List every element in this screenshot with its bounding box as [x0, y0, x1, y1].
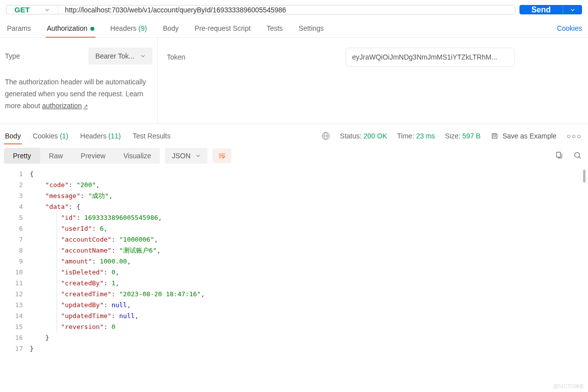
send-dropdown[interactable]: [563, 5, 582, 14]
method-url-group: GET: [6, 5, 515, 14]
view-visualize[interactable]: Visualize: [114, 148, 160, 164]
format-select[interactable]: JSON: [165, 148, 207, 164]
auth-sidebar: Type Bearer Tok... The authorization hea…: [0, 38, 158, 124]
tab-authorization[interactable]: Authorization: [46, 19, 95, 37]
tab-headers-count: (9): [139, 24, 147, 32]
http-method-select[interactable]: GET: [6, 5, 58, 14]
response-tab-body[interactable]: Body: [4, 128, 22, 144]
view-action-icons: [554, 151, 582, 161]
globe-icon[interactable]: [321, 131, 330, 140]
view-raw[interactable]: Raw: [40, 148, 72, 164]
view-mode-group: Pretty Raw Preview Visualize: [4, 148, 160, 164]
svg-point-4: [575, 152, 580, 157]
auth-indicator-dot: [90, 27, 94, 31]
auth-learn-more-link[interactable]: authorization↗: [42, 102, 88, 110]
copy-icon[interactable]: [554, 151, 563, 161]
tab-headers-label: Headers: [110, 24, 137, 32]
chevron-down-icon: [196, 153, 201, 158]
save-icon: [491, 132, 499, 140]
tab-settings[interactable]: Settings: [297, 19, 325, 37]
time-block: Time: 23 ms: [397, 132, 436, 140]
auth-type-value: Bearer Tok...: [95, 52, 135, 60]
request-tabs: Params Authorization Headers (9) Body Pr…: [0, 19, 588, 38]
line-gutter: 1234567891011121314151617: [0, 169, 30, 354]
auth-description: The authorization header will be automat…: [5, 76, 152, 112]
auth-panel: Type Bearer Tok... The authorization hea…: [0, 38, 588, 124]
auth-type-row: Type Bearer Tok...: [5, 48, 152, 65]
auth-content: Token: [158, 38, 588, 124]
more-icon[interactable]: ○○○: [567, 132, 582, 140]
search-icon[interactable]: [573, 151, 582, 161]
http-method-label: GET: [14, 5, 30, 14]
token-input[interactable]: [346, 48, 514, 66]
auth-type-select[interactable]: Bearer Tok...: [88, 48, 152, 65]
response-tab-cookies[interactable]: Cookies (1): [32, 128, 70, 144]
tab-auth-label: Authorization: [47, 24, 87, 32]
response-code: 1234567891011121314151617 { "code": "200…: [0, 169, 588, 354]
tab-body[interactable]: Body: [162, 19, 180, 37]
chevron-down-icon: [141, 54, 146, 59]
view-pretty[interactable]: Pretty: [4, 148, 40, 164]
svg-rect-3: [557, 152, 561, 157]
tab-headers[interactable]: Headers (9): [109, 19, 148, 37]
token-row: Token: [167, 48, 579, 66]
chevron-down-icon: [45, 7, 50, 12]
tab-params[interactable]: Params: [6, 19, 32, 37]
request-bar: GET Send: [0, 0, 588, 19]
size-block: Size: 597 B: [445, 132, 481, 140]
send-button[interactable]: Send: [519, 5, 563, 14]
url-input[interactable]: [58, 5, 515, 14]
tab-tests[interactable]: Tests: [266, 19, 284, 37]
send-button-group: Send: [519, 5, 582, 14]
code-content[interactable]: { "code": "200", "message": "成功", "data"…: [30, 169, 588, 354]
scrollbar-indicator[interactable]: [583, 170, 586, 183]
cookies-link[interactable]: Cookies: [557, 24, 582, 32]
response-tabs: Body Cookies (1) Headers (11) Test Resul…: [0, 124, 588, 144]
response-tab-headers[interactable]: Headers (11): [79, 128, 122, 144]
auth-type-label: Type: [5, 52, 20, 60]
save-as-example[interactable]: Save as Example: [491, 132, 557, 140]
status-block: Status: 200 OK: [340, 132, 387, 140]
indent-guide: [57, 212, 57, 332]
view-tabs: Pretty Raw Preview Visualize JSON: [0, 144, 588, 169]
wrap-button[interactable]: [213, 148, 231, 163]
response-tab-testresults[interactable]: Test Results: [132, 128, 171, 144]
view-preview[interactable]: Preview: [72, 148, 115, 164]
svg-line-5: [579, 157, 581, 159]
external-link-icon: ↗: [83, 103, 88, 109]
token-label: Token: [167, 53, 336, 61]
tab-prerequest[interactable]: Pre-request Script: [194, 19, 252, 37]
